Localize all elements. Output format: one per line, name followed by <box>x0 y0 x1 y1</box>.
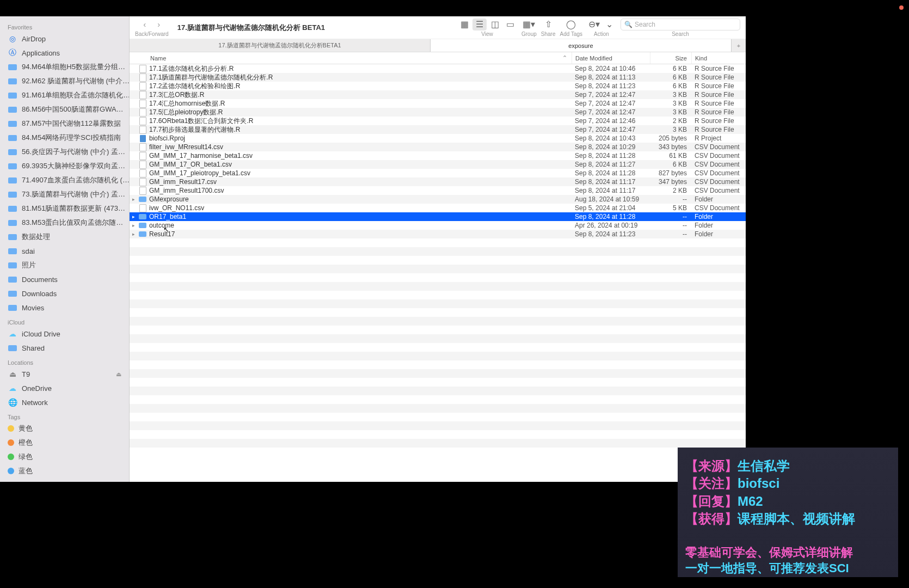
addtags-button[interactable]: ◯ Add Tags <box>560 19 582 37</box>
file-row[interactable]: 17.2孟德尔随机化检验和绘图.RSep 8, 2024 at 11:236 K… <box>130 82 746 90</box>
search-input[interactable]: 🔍 Search <box>621 19 740 30</box>
share-button[interactable]: ⇧ Share <box>541 19 556 37</box>
file-row[interactable]: 17.4汇总homornise数据.RSep 7, 2024 at 12:473… <box>130 99 746 108</box>
sidebar-item[interactable]: 56.炎症因子与代谢物 (中介) 孟… <box>0 145 129 159</box>
column-name[interactable]: Name ⌃ <box>130 52 572 64</box>
file-date: Sep 5, 2024 at 21:04 <box>572 204 650 212</box>
sidebar-item[interactable]: 84.M54网络药理学SCI投稿指南 <box>0 131 129 145</box>
file-kind: R Source File <box>691 74 746 81</box>
disclosure-icon[interactable]: ▸ <box>130 231 137 237</box>
file-row[interactable]: ▸Result17Sep 8, 2024 at 11:23--Folder <box>130 230 746 238</box>
sidebar-item[interactable]: 73.肠道菌群与代谢物 (中介) 孟… <box>0 187 129 201</box>
sidebar-item-label: OneDrive <box>22 384 52 393</box>
eject-icon[interactable]: ⏏ <box>116 371 121 378</box>
view-columns-icon[interactable]: ◫ <box>488 19 502 30</box>
file-row[interactable]: GM_imm_Result1700.csvSep 8, 2024 at 11:1… <box>130 186 746 195</box>
empty-row <box>130 247 746 256</box>
file-row[interactable]: 17.3汇总OR数据.RSep 7, 2024 at 12:473 KBR So… <box>130 90 746 99</box>
file-row[interactable]: 17.1肠道菌群与代谢物孟德尔随机化分析.RSep 8, 2024 at 11:… <box>130 73 746 82</box>
file-row[interactable]: ▸OR17_beta1Sep 8, 2024 at 11:28--Folder <box>130 212 746 221</box>
file-row[interactable]: biofsci.RprojSep 8, 2024 at 10:43205 byt… <box>130 134 746 143</box>
folder-icon <box>8 62 17 72</box>
tab-left[interactable]: 17.肠道菌群与代谢物孟德尔随机化分析BETA1 <box>130 39 431 52</box>
forward-button[interactable]: › <box>153 19 165 30</box>
sidebar-item[interactable]: 81.M51肠道菌群数据更新 (473… <box>0 201 129 216</box>
sidebar-item[interactable]: 91.M61单细胞联合孟德尔随机化… <box>0 88 129 102</box>
file-row[interactable]: GM_imm_Result17.csvSep 8, 2024 at 11:173… <box>130 177 746 186</box>
action-menu[interactable]: ⊖▾⌄ Action <box>587 19 616 37</box>
sidebar-tag[interactable]: 蓝色 <box>0 464 129 478</box>
empty-row <box>130 273 746 282</box>
file-row[interactable]: GM_IMM_17_harmonise_beta1.csvSep 8, 2024… <box>130 151 746 160</box>
file-name: GM_IMM_17_harmonise_beta1.csv <box>149 152 572 160</box>
sidebar-item[interactable]: 数据处理 <box>0 230 129 244</box>
cloud-icon: ☁ <box>8 383 17 393</box>
file-row[interactable]: GM_IMM_17_pleiotropy_beta1.csvSep 8, 202… <box>130 169 746 177</box>
file-date: Sep 8, 2024 at 11:27 <box>572 161 650 168</box>
file-kind: CSV Document <box>691 161 746 168</box>
sidebar-tag[interactable]: 橙色 <box>0 436 129 450</box>
tab-right[interactable]: exposure <box>431 39 732 52</box>
file-row[interactable]: 17.6ORbeta1数据汇合到新文件夹.RSep 7, 2024 at 12:… <box>130 117 746 125</box>
sidebar-item[interactable]: 照片 <box>0 258 129 272</box>
document-icon <box>138 126 147 133</box>
document-icon <box>138 143 147 151</box>
file-name: 17.6ORbeta1数据汇合到新文件夹.R <box>149 117 572 126</box>
sidebar-item[interactable]: ⏏T9⏏ <box>0 367 129 381</box>
back-button[interactable]: ‹ <box>139 19 151 30</box>
window-title: 17.肠道菌群与代谢物孟德尔随机化分析 BETA1 <box>177 23 325 33</box>
view-gallery-icon[interactable]: ▭ <box>503 19 517 30</box>
sidebar-tag[interactable]: 黄色 <box>0 421 129 436</box>
sidebar-item[interactable]: sdai <box>0 244 129 258</box>
sidebar-item[interactable]: 87.M57中国代谢物112暴露数据 <box>0 117 129 131</box>
column-date[interactable]: Date Modified <box>572 52 650 64</box>
sidebar-item[interactable]: Shared <box>0 341 129 355</box>
disclosure-icon[interactable]: ▸ <box>130 197 137 202</box>
sidebar-item[interactable]: 86.M56中国500肠道菌群GWA… <box>0 102 129 117</box>
main-pane: ‹ › Back/Forward 17.肠道菌群与代谢物孟德尔随机化分析 BET… <box>130 16 746 482</box>
sidebar-item[interactable]: ☁OneDrive <box>0 381 129 395</box>
column-header: Name ⌃ Date Modified Size Kind <box>130 52 746 64</box>
file-row[interactable]: GM_IMM_17_OR_beta1.csvSep 8, 2024 at 11:… <box>130 160 746 169</box>
sidebar-item-label: 69.3935大脑神经影像学双向孟… <box>22 161 125 171</box>
sidebar-item[interactable]: Movies <box>0 301 129 315</box>
column-kind[interactable]: Kind <box>691 52 746 64</box>
sidebar-item[interactable]: 83.M53蛋白比值双向孟德尔随… <box>0 216 129 230</box>
file-row[interactable]: filter_ivw_MRresult14.csvSep 8, 2024 at … <box>130 143 746 151</box>
empty-row <box>130 378 746 387</box>
document-icon <box>138 74 147 81</box>
sidebar-item[interactable]: 69.3935大脑神经影像学双向孟… <box>0 159 129 173</box>
sidebar-item[interactable]: ☁iCloud Drive <box>0 327 129 341</box>
file-row[interactable]: 17.1孟德尔随机化初步分析.RSep 8, 2024 at 10:466 KB… <box>130 64 746 73</box>
add-tab-button[interactable]: + <box>732 39 746 52</box>
sidebar-item[interactable]: 92.M62 肠道菌群与代谢物 (中介… <box>0 74 129 88</box>
sidebar-item[interactable]: ◎AirDrop <box>0 32 129 46</box>
folder-icon <box>8 232 17 242</box>
search-group: 🔍 Search Search <box>621 19 740 37</box>
sidebar-item-label: Movies <box>22 304 44 312</box>
column-size[interactable]: Size <box>650 52 691 64</box>
document-icon <box>138 82 147 90</box>
view-icon-grid-icon[interactable]: ▦ <box>457 19 471 30</box>
sidebar-item[interactable]: 🌐Network <box>0 395 129 409</box>
file-size: 6 KB <box>650 65 691 72</box>
sidebar-item[interactable]: Documents <box>0 272 129 286</box>
file-row[interactable]: ▸GMexprosureAug 18, 2024 at 10:59--Folde… <box>130 195 746 204</box>
disclosure-icon[interactable]: ▸ <box>130 223 137 228</box>
titlebar-dot-icon <box>899 5 904 10</box>
view-list-icon[interactable]: ☰ <box>472 19 487 30</box>
sidebar-item[interactable]: 71.4907血浆蛋白孟德尔随机化 (… <box>0 173 129 187</box>
drive-icon: ⏏ <box>8 369 17 379</box>
disclosure-icon[interactable]: ▸ <box>130 214 137 219</box>
file-row[interactable]: 17.7初步筛选最显著的代谢物.RSep 7, 2024 at 12:473 K… <box>130 125 746 134</box>
file-date: Sep 7, 2024 at 12:47 <box>572 100 650 107</box>
file-row[interactable]: ivw_OR_NO11.csvSep 5, 2024 at 21:045 KBC… <box>130 204 746 212</box>
sidebar-item[interactable]: ⒶApplications <box>0 46 129 60</box>
file-name: GM_IMM_17_pleiotropy_beta1.csv <box>149 169 572 177</box>
file-row[interactable]: 17.5汇总pleiotropy数据.RSep 7, 2024 at 12:47… <box>130 108 746 117</box>
sidebar-item[interactable]: 94.M64单细胞H5数据批量分组… <box>0 60 129 74</box>
sidebar-item[interactable]: Downloads <box>0 286 129 301</box>
file-row[interactable]: ▸outcomeApr 26, 2024 at 00:19--Folder <box>130 221 746 230</box>
sidebar-tag[interactable]: 绿色 <box>0 450 129 464</box>
group-menu[interactable]: ▦▾ Group <box>521 19 537 37</box>
